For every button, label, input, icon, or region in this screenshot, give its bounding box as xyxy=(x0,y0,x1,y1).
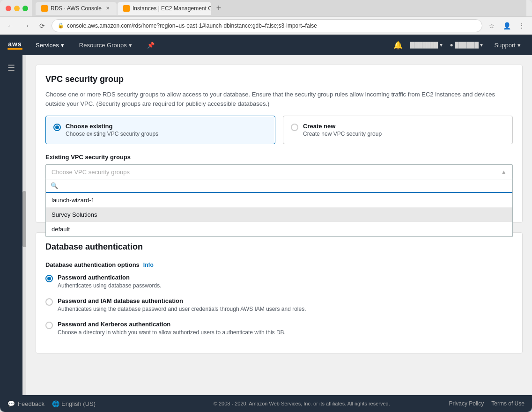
db-auth-options-label: Database authentication options Info xyxy=(45,261,513,268)
create-new-radio[interactable] xyxy=(291,124,298,131)
dropdown-arrow-icon: ▲ xyxy=(501,169,507,176)
sidebar-menu-button[interactable]: ☰ xyxy=(4,59,19,77)
tab-ec2[interactable]: Instances | EC2 Management C ✕ xyxy=(118,2,211,15)
services-label: Services xyxy=(36,42,59,49)
tab-favicon-ec2 xyxy=(123,5,130,12)
auth-option-kerberos-text: Password and Kerberos authentication Cho… xyxy=(58,321,286,337)
language-label: English (US) xyxy=(61,400,96,407)
tab-title-ec2: Instances | EC2 Management C xyxy=(133,5,211,12)
auth-option-iam-text: Password and IAM database authentication… xyxy=(58,297,306,313)
footer: 💬 Feedback 🌐 English (US) © 2008 - 2020,… xyxy=(0,395,532,412)
new-tab-button[interactable]: + xyxy=(212,2,225,15)
db-auth-section: Database authentication Database authent… xyxy=(36,232,523,353)
dropdown-placeholder: Choose VPC security groups xyxy=(52,169,130,176)
pin-icon[interactable]: 📌 xyxy=(143,40,158,51)
vpc-dropdown-menu: 🔍 launch-wizard-1 Survey Solutions defau… xyxy=(45,179,513,237)
create-new-label: Create new xyxy=(303,123,382,130)
tab-close-rds[interactable]: ✕ xyxy=(104,5,111,12)
profile-button[interactable]: 👤 xyxy=(500,19,513,32)
support-chevron-icon: ▾ xyxy=(517,42,521,49)
choose-existing-label: Choose existing xyxy=(66,123,158,130)
globe-icon: 🌐 xyxy=(52,400,59,407)
minimize-button[interactable] xyxy=(14,6,20,11)
traffic-lights xyxy=(6,6,28,11)
aws-logo-text: aws xyxy=(8,40,22,48)
auth-password-title: Password authentication xyxy=(58,274,161,281)
choose-existing-radio[interactable] xyxy=(53,124,61,131)
auth-radio-iam[interactable] xyxy=(45,298,53,306)
forward-button[interactable]: → xyxy=(20,19,33,32)
security-group-search-input[interactable] xyxy=(62,182,508,189)
bookmark-button[interactable]: ☆ xyxy=(485,19,498,32)
search-box: 🔍 xyxy=(46,179,512,193)
close-button[interactable] xyxy=(6,6,11,11)
aws-topbar: aws Services ▾ Resource Groups ▾ 📌 🔔 ███… xyxy=(0,35,532,55)
auth-option-password-text: Password authentication Authenticates us… xyxy=(58,274,161,290)
auth-iam-title: Password and IAM database authentication xyxy=(58,297,306,304)
create-new-card[interactable]: Create new Create new VPC security group xyxy=(283,116,513,144)
nav-actions: ☆ 👤 ⋮ xyxy=(485,19,528,32)
tab-rds[interactable]: RDS · AWS Console ✕ xyxy=(36,2,117,15)
vpc-security-group-dropdown-container: Choose VPC security groups ▲ 🔍 launch-wi… xyxy=(45,164,513,179)
tab-favicon-rds xyxy=(41,5,48,12)
resource-groups-menu[interactable]: Resource Groups ▾ xyxy=(75,40,136,51)
vpc-section-description: Choose one or more RDS security groups t… xyxy=(45,90,513,108)
back-button[interactable]: ← xyxy=(4,19,17,32)
dropdown-item-launch-wizard[interactable]: launch-wizard-1 xyxy=(46,193,512,207)
auth-option-kerberos: Password and Kerberos authentication Cho… xyxy=(45,321,513,337)
support-label: Support xyxy=(494,42,516,49)
feedback-chat-icon: 💬 xyxy=(7,400,15,407)
nav-bar: ← → ⟳ 🔒 console.aws.amazon.com/rds/home?… xyxy=(0,17,532,35)
vpc-radio-options: Choose existing Choose existing VPC secu… xyxy=(45,116,513,144)
scrollbar-thumb[interactable] xyxy=(22,191,26,247)
language-selector[interactable]: 🌐 English (US) xyxy=(52,400,96,407)
vpc-security-group-section: VPC security group Choose one or more RD… xyxy=(36,65,523,223)
auth-password-desc: Authenticates using database passwords. xyxy=(58,282,161,290)
create-new-text: Create new Create new VPC security group xyxy=(303,123,382,137)
radio-dot-existing xyxy=(55,125,59,129)
db-auth-options-label-text: Database authentication options xyxy=(45,261,140,268)
auth-radio-kerberos[interactable] xyxy=(45,322,53,329)
auth-option-iam: Password and IAM database authentication… xyxy=(45,297,513,313)
dropdown-item-survey-solutions[interactable]: Survey Solutions xyxy=(46,207,512,222)
choose-existing-text: Choose existing Choose existing VPC secu… xyxy=(66,123,158,137)
user-menu[interactable]: ███████ ▾ xyxy=(410,42,443,48)
choose-existing-sublabel: Choose existing VPC security groups xyxy=(66,131,158,137)
topbar-right: 🔔 ███████ ▾ ● ██████ ▾ Support ▾ xyxy=(393,40,525,51)
reload-button[interactable]: ⟳ xyxy=(36,19,49,32)
auth-radio-password[interactable] xyxy=(45,275,53,282)
privacy-policy-link[interactable]: Privacy Policy xyxy=(449,400,484,407)
db-auth-info-link[interactable]: Info xyxy=(143,262,154,268)
maximize-button[interactable] xyxy=(22,6,28,11)
feedback-button[interactable]: 💬 Feedback xyxy=(7,400,44,407)
services-chevron-icon: ▾ xyxy=(61,42,64,49)
create-new-sublabel: Create new VPC security group xyxy=(303,131,382,137)
tab-title-rds: RDS · AWS Console xyxy=(51,5,102,12)
menu-button[interactable]: ⋮ xyxy=(515,19,528,32)
footer-copyright: © 2008 - 2020, Amazon Web Services, Inc.… xyxy=(214,401,390,406)
scrollbar-track[interactable] xyxy=(22,55,26,395)
content-area: VPC security group Choose one or more RD… xyxy=(26,55,532,395)
address-bar[interactable]: 🔒 console.aws.amazon.com/rds/home?region… xyxy=(52,19,482,32)
vpc-security-group-dropdown[interactable]: Choose VPC security groups ▲ xyxy=(45,164,513,179)
tab-bar: RDS · AWS Console ✕ Instances | EC2 Mana… xyxy=(32,0,526,16)
dropdown-item-default[interactable]: default xyxy=(46,222,512,236)
aws-logo-bar xyxy=(7,48,22,50)
resource-groups-label: Resource Groups xyxy=(79,42,127,49)
feedback-label: Feedback xyxy=(18,400,44,407)
vpc-section-title: VPC security group xyxy=(45,74,513,84)
resource-groups-chevron-icon: ▾ xyxy=(129,42,132,49)
title-bar: RDS · AWS Console ✕ Instances | EC2 Mana… xyxy=(0,0,532,17)
region-menu[interactable]: ● ██████ ▾ xyxy=(450,42,483,48)
search-icon: 🔍 xyxy=(51,182,58,189)
footer-links: Privacy Policy Terms of Use xyxy=(449,400,525,407)
auth-radio-dot-password xyxy=(47,277,51,280)
terms-of-use-link[interactable]: Terms of Use xyxy=(491,400,525,407)
support-menu[interactable]: Support ▾ xyxy=(490,40,525,51)
auth-option-password: Password authentication Authenticates us… xyxy=(45,274,513,290)
main-wrapper: ☰ VPC security group Choose one or more … xyxy=(0,55,532,395)
services-menu[interactable]: Services ▾ xyxy=(32,40,68,51)
choose-existing-card[interactable]: Choose existing Choose existing VPC secu… xyxy=(45,116,275,144)
bell-icon[interactable]: 🔔 xyxy=(393,41,403,50)
lock-icon: 🔒 xyxy=(58,22,64,29)
